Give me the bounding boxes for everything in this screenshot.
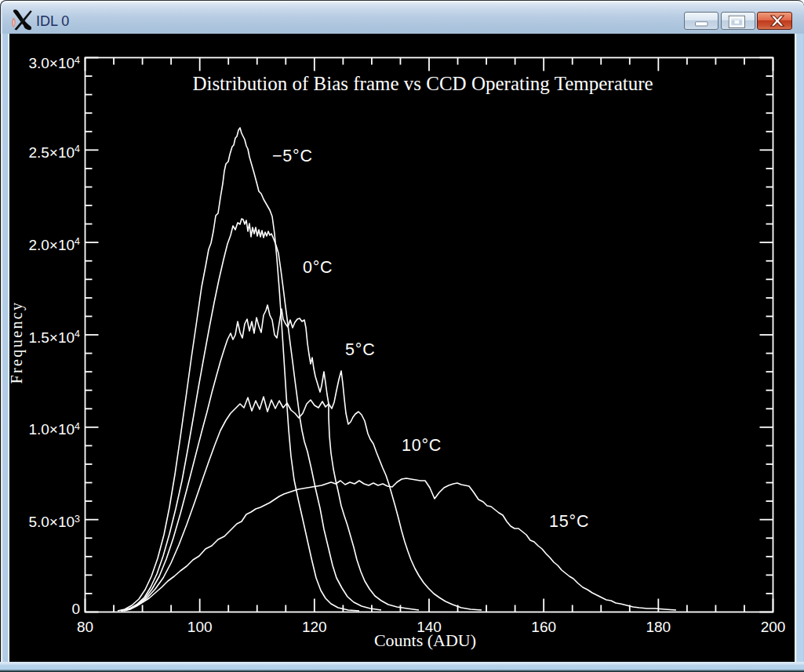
svg-text:Distribution of Bias frame vs: Distribution of Bias frame vs CCD Operat… [192, 73, 653, 94]
svg-text:80: 80 [77, 619, 93, 635]
svg-text:−5°C: −5°C [272, 147, 313, 165]
svg-text:Counts (ADU): Counts (ADU) [374, 630, 476, 650]
svg-text:200: 200 [761, 619, 786, 635]
svg-text:5.0×103: 5.0×103 [28, 514, 80, 531]
svg-text:1.0×104: 1.0×104 [28, 421, 80, 438]
svg-text:120: 120 [302, 619, 327, 635]
svg-text:160: 160 [531, 619, 556, 635]
svg-text:5°C: 5°C [345, 340, 375, 359]
svg-text:100: 100 [187, 619, 213, 635]
svg-text:180: 180 [646, 619, 671, 635]
svg-text:0: 0 [71, 601, 80, 617]
svg-text:10°C: 10°C [402, 436, 442, 455]
svg-text:3.0×104: 3.0×104 [28, 55, 80, 72]
svg-text:1.5×104: 1.5×104 [28, 329, 80, 346]
svg-text:2.0×104: 2.0×104 [28, 236, 80, 253]
svg-text:Frequency: Frequency [9, 300, 26, 383]
svg-text:15°C: 15°C [549, 512, 589, 531]
svg-text:2.5×104: 2.5×104 [28, 143, 80, 161]
svg-text:0°C: 0°C [303, 258, 333, 277]
